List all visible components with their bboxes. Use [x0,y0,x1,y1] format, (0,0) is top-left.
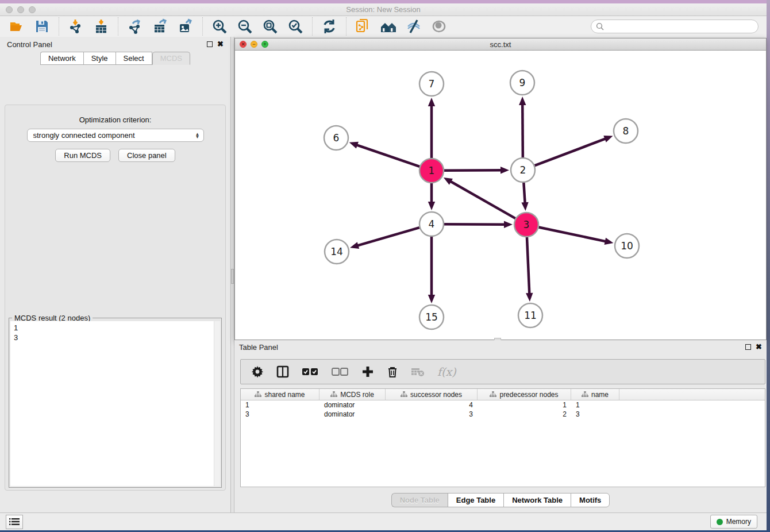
arrowhead-icon [500,167,509,174]
network-graph[interactable]: 7968124314101511 [235,51,766,340]
column-header-shared-name[interactable]: shared name [241,389,319,400]
node-label: 14 [330,246,343,257]
table-cell[interactable]: 3 [241,410,319,419]
tab-network[interactable]: Network [40,52,83,65]
column-header-name[interactable]: name [571,389,619,400]
select-all-icon[interactable] [302,367,319,376]
main-toolbar [0,16,767,37]
edge-1-2[interactable] [444,170,502,171]
export-table-icon[interactable] [152,18,169,35]
node-label: 15 [425,311,438,323]
window-title: Session: New Session [0,5,767,14]
tab-motifs[interactable]: Motifs [571,493,610,507]
dropdown-value: strongly connected component [33,131,135,140]
list-icon [9,518,20,526]
node-label: 6 [333,132,340,144]
close-panel-button[interactable]: Close panel [118,149,175,162]
control-panel: Control Panel ✖ Network Style Select MCD… [0,37,230,512]
table-cell[interactable]: 1 [478,400,571,410]
tab-network-table[interactable]: Network Table [503,493,571,507]
table-cell[interactable]: dominator [319,400,386,410]
edge-2-3[interactable] [523,183,525,203]
table-cell[interactable]: 1 [571,400,619,410]
column-header-predecessor-nodes[interactable]: predecessor nodes [478,389,571,400]
node-label: 7 [429,78,435,90]
function-builder-icon[interactable]: f(x) [437,365,456,378]
float-table-panel-icon[interactable] [745,344,751,350]
delete-table-icon[interactable] [411,367,425,377]
import-network-icon[interactable] [67,18,84,35]
table-toolbar: f(x) [240,359,765,384]
node-label: 11 [524,310,537,321]
tab-style[interactable]: Style [83,52,116,65]
arrowhead-icon [504,221,513,228]
search-input[interactable] [607,22,753,30]
search-icon [596,22,604,30]
zoom-out-icon[interactable] [236,18,253,35]
edge-4-3[interactable] [444,224,505,225]
close-panel-icon[interactable]: ✖ [217,41,224,47]
network-window-title: scc.txt [235,40,766,49]
export-network-icon[interactable] [126,18,144,35]
edge-3-1[interactable] [450,181,515,218]
task-history-button[interactable] [6,515,23,529]
tab-mcds[interactable]: MCDS [152,52,190,65]
node-label: 3 [523,219,530,230]
node-label: 2 [520,164,526,176]
arrowhead-icon [519,97,526,105]
main-titlebar: Session: New Session [0,3,767,16]
clone-network-icon[interactable] [355,18,372,35]
memory-button[interactable]: Memory [710,515,757,529]
tab-edge-table[interactable]: Edge Table [448,493,503,507]
zoom-fit-icon[interactable] [261,18,279,35]
edge-2-9[interactable] [522,104,523,157]
desktop-edge-right [767,0,770,532]
mcds-result-text[interactable]: 1 3 [10,321,220,486]
optimization-criterion-select[interactable]: strongly connected component ▲▼ [27,129,204,142]
open-file-icon[interactable] [8,18,25,35]
delete-column-icon[interactable] [387,365,398,378]
edge-2-8[interactable] [535,138,606,165]
zoom-in-icon[interactable] [211,18,228,35]
table-cell[interactable]: 2 [478,410,571,419]
edge-3-10[interactable] [539,228,606,242]
arrowhead-icon [605,238,614,245]
edge-3-11[interactable] [527,237,529,294]
table-cell[interactable]: 3 [571,410,619,419]
table-cell[interactable]: dominator [319,410,386,419]
save-session-icon[interactable] [33,18,51,35]
hide-selected-icon[interactable] [405,18,422,35]
column-header-successor-nodes[interactable]: successor nodes [386,389,478,400]
show-columns-icon[interactable] [276,365,289,378]
show-all-icon[interactable] [430,18,448,35]
table-cell[interactable]: 4 [386,400,478,410]
table-row[interactable]: 1dominator411 [241,400,765,410]
table-settings-icon[interactable] [251,365,264,378]
float-panel-icon[interactable] [207,41,213,47]
close-table-panel-icon[interactable]: ✖ [756,344,762,350]
node-table-body[interactable]: 1dominator4113dominator323 [241,400,765,487]
refresh-layout-icon[interactable] [321,18,338,35]
first-neighbors-icon[interactable] [380,18,397,35]
import-table-icon[interactable] [93,18,110,35]
splitter-grip[interactable] [231,269,234,284]
run-mcds-button[interactable]: Run MCDS [55,149,110,162]
table-row[interactable]: 3dominator323 [241,410,765,419]
add-column-icon[interactable] [361,365,374,378]
export-image-icon[interactable] [177,18,194,35]
edge-1-6[interactable] [356,145,419,167]
column-header-filler [619,389,765,400]
table-cell[interactable]: 1 [241,400,319,410]
column-header-MCDS-role[interactable]: MCDS role [319,389,386,400]
network-window-titlebar[interactable]: ✕ − + scc.txt [235,38,766,51]
edge-4-14[interactable] [357,228,419,246]
table-cell[interactable]: 3 [386,410,478,419]
result-scrollbar[interactable] [214,321,220,486]
panel-splitter-vertical[interactable] [230,37,234,512]
tab-select[interactable]: Select [116,52,152,65]
deselect-all-icon[interactable] [332,367,349,376]
tab-node-table[interactable]: Node Table [391,493,448,507]
search-box[interactable] [591,20,759,33]
zoom-selected-icon[interactable] [287,18,304,35]
optimization-criterion-label: Optimization criterion: [5,115,225,124]
